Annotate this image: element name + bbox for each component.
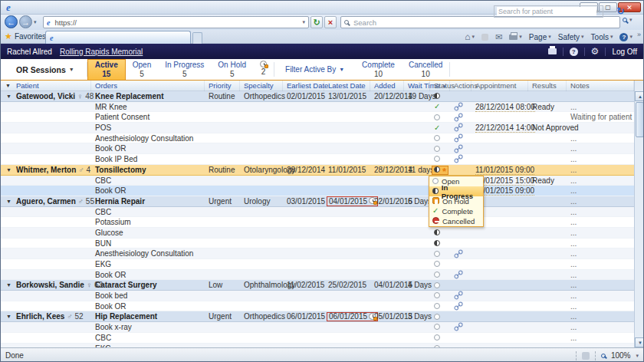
status-open-icon[interactable] [434,114,440,120]
link-icon[interactable] [454,123,463,132]
address-input[interactable] [53,18,299,28]
patient-row[interactable]: ▼Gatewood, Vicki ♀ 48Knee ReplacementRou… [1,91,634,102]
browser-tab[interactable]: e [45,31,191,44]
notes[interactable]: ... [567,102,634,113]
notes[interactable]: ... [567,196,634,207]
history-chevron-icon[interactable]: ▾ [34,19,37,25]
back-button[interactable]: ← [5,15,18,28]
column-header-patient[interactable]: ▼Patient [1,81,91,92]
status-open-icon[interactable] [434,251,440,257]
order-row[interactable]: POS✓22/12/2014 14:00Not Approved... [1,123,634,133]
notes[interactable]: ... [567,291,634,301]
status-open-icon[interactable] [434,282,440,288]
refresh-button[interactable]: ↻ [310,16,323,28]
print-icon[interactable] [548,48,557,54]
link-icon[interactable] [454,301,463,311]
new-tab-button[interactable] [192,32,202,44]
refresh-grid-icon[interactable]: ↻ [616,5,625,18]
order-row[interactable]: Book IP Bed... [1,154,634,165]
column-header-status[interactable]: Status [430,81,450,92]
column-header-added[interactable]: Added [370,81,404,92]
zoom-icon[interactable] [601,354,606,358]
clear-search-icon[interactable]: × [596,8,600,15]
gear-icon[interactable]: ⚙ [591,47,600,56]
feeds-icon[interactable] [481,34,488,41]
link-icon[interactable] [454,144,463,153]
safety-menu[interactable]: Safety▾ [558,33,584,41]
patient-row[interactable]: ▼Borkowski, Sandie ♀ 63Cataract SurgeryL… [1,280,634,291]
order-row[interactable]: Book OR... [1,301,634,312]
menu-item-in-progress[interactable]: In Progress [429,186,483,196]
mail-icon[interactable]: ✉ [495,32,502,42]
status-selected-box[interactable]: * [432,166,449,176]
status-open-icon[interactable] [434,261,440,267]
collapse-arrow-icon[interactable]: ▼ [6,196,12,207]
notes[interactable]: ... [567,217,634,228]
filter-tab-open[interactable]: Open5 [126,59,158,80]
address-dropdown-icon[interactable]: ▾ [302,19,305,25]
collapse-arrow-icon[interactable]: ▼ [6,165,12,176]
order-row[interactable]: CBC... [1,333,634,344]
notes[interactable]: ... [567,333,634,344]
notes[interactable]: ... [567,270,634,281]
scroll-up-icon[interactable]: ▲ [635,91,644,101]
order-row[interactable]: Book OR... [1,143,634,154]
browser-search-box[interactable] [340,16,620,28]
tools-menu[interactable]: Tools▾ [591,33,613,41]
notes[interactable]: ... [567,154,634,165]
filter-tab-complete[interactable]: Complete10 [355,59,402,80]
link-icon[interactable] [454,291,463,300]
notes[interactable]: ... [567,123,634,133]
status-complete-icon[interactable]: ✓ [434,123,440,133]
link-icon[interactable] [454,322,463,331]
status-open-icon[interactable] [432,178,439,184]
help-menu[interactable]: ?▾ [619,33,632,41]
notes[interactable]: ... [567,248,634,259]
status-open-icon[interactable] [434,156,440,162]
column-header-results[interactable]: Results [528,81,567,92]
filter-active-by-dropdown[interactable]: Filter Active By▼ [274,59,355,80]
patient-search-input[interactable] [497,7,596,16]
scroll-down-icon[interactable]: ▼ [635,337,644,347]
status-open-icon[interactable] [434,303,440,309]
command-overflow-icon[interactable]: » [637,31,641,38]
link-icon[interactable] [454,154,463,163]
favorites-button[interactable]: ★ Favorites [5,31,46,41]
notes[interactable]: ... [567,176,634,186]
facility-link[interactable]: Rolling Rapids Memorial [60,48,143,56]
order-row[interactable]: Book OR... [1,270,634,281]
link-icon[interactable] [454,113,463,122]
patient-row[interactable]: ▼Ehrlich, Kees ♂ 52Hip ReplacementUrgent… [1,311,634,322]
order-row[interactable]: Book OR11/01/2015 09:00... [1,186,634,196]
notes[interactable]: ... [567,165,634,176]
zoom-dropdown-icon[interactable]: ▾ [636,353,639,359]
collapse-arrow-icon[interactable]: ▼ [6,91,12,102]
notes[interactable]: ... [567,133,634,144]
patient-row[interactable]: ▼Aguero, Carmen ♂ 55Hernia RepairUrgentU… [1,196,634,207]
status-cancelled-icon[interactable] [432,217,439,224]
notes[interactable]: ... [567,259,634,270]
status-in-progress-icon[interactable] [434,229,440,235]
column-header-appointment[interactable]: Appointment [472,81,528,92]
order-row[interactable]: Book x-ray... [1,322,634,333]
notes[interactable] [567,91,634,102]
vertical-scrollbar[interactable]: ▲ ▼ [634,81,644,347]
order-row[interactable]: BUN... [1,239,634,249]
column-header-earliest-date[interactable]: Earliest Date [283,81,324,92]
column-header-specialty[interactable]: Specialty [240,81,283,92]
search-go-icon[interactable] [623,18,627,22]
link-icon[interactable] [454,270,463,279]
notes[interactable]: ... [567,186,634,196]
order-row[interactable]: CBC11/01/2015 15:00Ready... [1,176,634,186]
order-row[interactable]: Book bed... [1,291,634,301]
status-in-progress-icon[interactable] [432,188,439,194]
help-circle-icon[interactable]: ? [570,48,578,56]
notes[interactable]: ... [567,143,634,154]
status-in-progress-icon[interactable] [434,166,440,173]
zoom-level[interactable]: 100% [611,351,631,360]
notes[interactable]: ... [567,228,634,239]
status-complete-icon[interactable]: ✓ [432,206,439,215]
or-sessions-dropdown[interactable]: OR Sessions▼ [1,59,87,80]
home-button[interactable]: ⌂▾ [465,31,475,42]
status-open-icon[interactable] [434,292,440,298]
